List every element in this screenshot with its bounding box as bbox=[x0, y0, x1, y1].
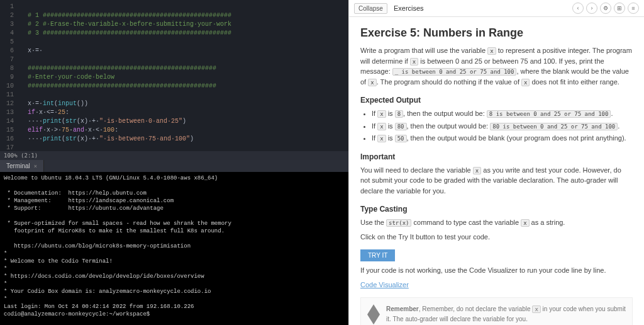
grid-icon[interactable]: ⊞ bbox=[614, 3, 625, 14]
kbd-x: x bbox=[410, 58, 418, 66]
diamond-icon bbox=[367, 304, 380, 324]
code-line: # 2 #·Erase·the·variable·x·before·submit… bbox=[20, 21, 231, 28]
terminal-tab[interactable]: Terminal × bbox=[0, 160, 44, 172]
exercise-content: Exercise 5: Numbers in Range Write a pro… bbox=[349, 17, 644, 325]
try-it-button[interactable]: TRY IT bbox=[360, 249, 395, 261]
code-line: ····print(str(x)·+·"·is·between·75·and·1… bbox=[20, 135, 194, 142]
code-editor[interactable]: 1234567891011121314151617 # 1 ##########… bbox=[0, 0, 348, 151]
expected-output-list: If x is 8, then the output would be: 8 i… bbox=[360, 108, 633, 144]
terminal[interactable]: Welcome to Ubuntu 18.04.3 LTS (GNU/Linux… bbox=[0, 172, 348, 325]
code-line: elif·x·>·75·and·x·<·100: bbox=[20, 127, 118, 134]
typecasting-heading: Type Casting bbox=[360, 203, 633, 215]
list-item: If x is 50, then the output would be bla… bbox=[372, 133, 633, 144]
collapse-button[interactable]: Collapse bbox=[354, 3, 387, 14]
click-try-text: Click on the Try It button to test your … bbox=[360, 232, 633, 242]
list-item: If x is 80, then the output would be: 80… bbox=[372, 121, 633, 132]
kbd-x: x bbox=[521, 79, 530, 86]
code-line: x·=·int(input()) bbox=[20, 100, 88, 107]
exercise-title: Exercise 5: Numbers in Range bbox=[360, 25, 633, 42]
code-visualizer-link[interactable]: Code Visualizer bbox=[360, 281, 409, 288]
notworking-text: If your code is not working, use the Cod… bbox=[360, 265, 633, 276]
code-line: # 1 ####################################… bbox=[20, 12, 231, 19]
close-icon[interactable]: × bbox=[34, 163, 37, 169]
code-line: # 3 ####################################… bbox=[20, 30, 231, 37]
typecasting-text: Use the str(x) command to type cast the … bbox=[360, 217, 633, 228]
code-line: x·=· bbox=[20, 47, 43, 54]
kbd-x: x bbox=[487, 47, 496, 55]
prev-icon[interactable]: ‹ bbox=[572, 3, 584, 14]
terminal-tabs: Terminal × bbox=[0, 160, 348, 172]
list-item: If x is 8, then the output would be: 8 i… bbox=[372, 108, 633, 119]
intro-paragraph: Write a program that will use the variab… bbox=[360, 45, 633, 87]
line-gutter: 1234567891011121314151617 bbox=[0, 0, 18, 151]
exercises-tab[interactable]: Exercises bbox=[394, 4, 424, 12]
kbd-blank: _ is between 0 and 25 or 75 and 100 bbox=[392, 68, 517, 76]
gear-icon[interactable]: ⚙ bbox=[600, 3, 611, 14]
code-line: ########################################… bbox=[20, 65, 216, 72]
kbd-x: x bbox=[368, 79, 376, 86]
list-icon[interactable]: ≡ bbox=[628, 3, 639, 14]
code-line: ########################################… bbox=[20, 83, 216, 89]
code-line: #·Enter·your·code·below bbox=[20, 74, 114, 81]
left-pane: 1234567891011121314151617 # 1 ##########… bbox=[0, 0, 348, 325]
remember-text: Remember, Remember, do not declare the v… bbox=[386, 304, 626, 324]
code-area[interactable]: # 1 ####################################… bbox=[18, 0, 348, 151]
status-bar: 100% (2:1) bbox=[0, 151, 348, 160]
important-text: You will need to declare the variable x … bbox=[360, 165, 633, 197]
code-line: if·x·<=·25: bbox=[20, 109, 69, 116]
right-pane: Collapse Exercises ‹ › ⚙ ⊞ ≡ Exercise 5:… bbox=[348, 0, 644, 325]
important-heading: Important bbox=[360, 151, 633, 162]
right-header: Collapse Exercises ‹ › ⚙ ⊞ ≡ bbox=[349, 0, 644, 17]
terminal-tab-label: Terminal bbox=[6, 162, 30, 169]
next-icon[interactable]: › bbox=[586, 3, 597, 14]
header-icons: ‹ › ⚙ ⊞ ≡ bbox=[572, 3, 639, 14]
expected-output-heading: Expected Output bbox=[360, 94, 633, 106]
remember-box: Remember, Remember, do not declare the v… bbox=[360, 297, 633, 325]
code-line: ····print(str(x)·+·"·is·between·0·and·25… bbox=[20, 118, 186, 125]
